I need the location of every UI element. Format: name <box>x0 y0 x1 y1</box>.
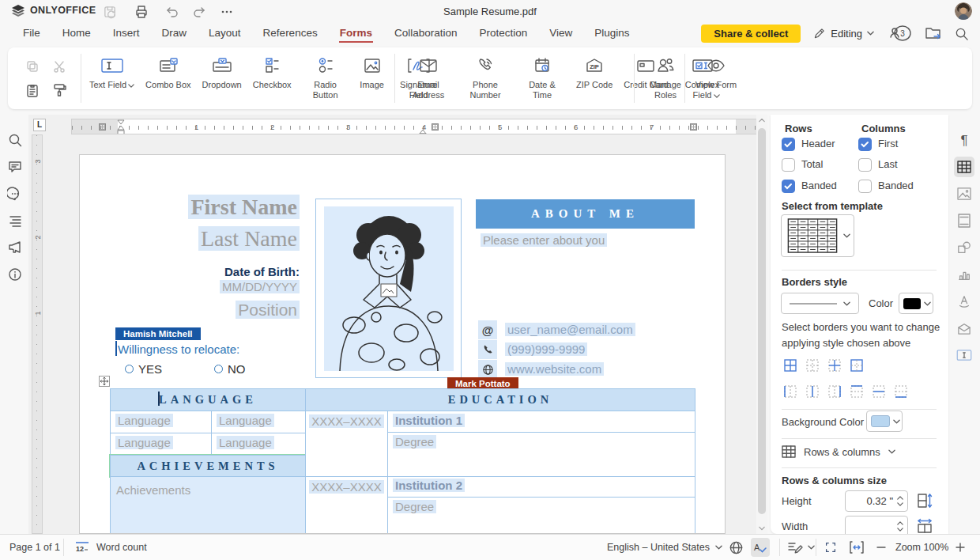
bottom-border-button[interactable] <box>892 383 910 400</box>
toolbar-button-dropdown[interactable]: Dropdown <box>197 54 247 90</box>
paragraph-settings-button[interactable]: ¶ <box>954 131 974 151</box>
table-header-language[interactable]: LANGUAGE <box>110 388 306 411</box>
yes-label[interactable]: YES <box>138 362 162 376</box>
language-cell[interactable]: Language <box>211 411 306 433</box>
about-field[interactable]: Please enter about you <box>481 233 607 247</box>
menu-plugins[interactable]: Plugins <box>594 24 630 43</box>
feedback-button[interactable] <box>7 240 23 255</box>
left-border-button[interactable] <box>782 383 799 400</box>
table-move-handle[interactable] <box>99 376 110 387</box>
chat-button[interactable] <box>7 186 23 202</box>
email-field[interactable]: user_name@email.com <box>505 323 635 336</box>
vertical-ruler[interactable]: 3 2 1 <box>32 134 43 534</box>
last-column-label[interactable]: Last <box>878 158 898 170</box>
zoom-in-button[interactable] <box>955 535 966 560</box>
menu-layout[interactable]: Layout <box>208 24 242 43</box>
distribute-columns-button[interactable] <box>916 517 933 535</box>
menu-protection[interactable]: Protection <box>478 24 528 43</box>
first-column-label[interactable]: First <box>878 138 898 149</box>
spin-down-icon[interactable] <box>897 528 903 532</box>
years-cell[interactable]: XXXX–XXXX <box>305 411 388 477</box>
achievements-cell[interactable]: Achievements <box>110 476 306 534</box>
indent-markers[interactable] <box>116 119 126 134</box>
spell-check-button[interactable]: A <box>751 535 770 560</box>
website-field[interactable]: www.website.com <box>505 362 604 376</box>
years-cell[interactable]: XXXX–XXXX <box>305 476 388 534</box>
shape-settings-button[interactable] <box>954 237 974 258</box>
degree-cell[interactable]: Degree <box>387 432 695 477</box>
comments-button[interactable] <box>7 159 23 175</box>
border-color-picker[interactable] <box>899 293 933 314</box>
yes-radio[interactable] <box>125 365 134 373</box>
all-borders-button[interactable] <box>782 357 799 374</box>
users-button[interactable]: 3 <box>886 25 913 42</box>
cut-button[interactable] <box>51 59 67 74</box>
user-avatar[interactable] <box>955 2 972 20</box>
height-input[interactable]: 0.32 " <box>845 490 908 512</box>
toolbar-button-radio-button[interactable]: Radio Button <box>297 54 354 100</box>
toolbar-button-checkbox[interactable]: Checkbox <box>247 54 297 90</box>
menu-references[interactable]: References <box>262 24 318 43</box>
table-settings-button[interactable] <box>954 157 974 177</box>
toolbar-button-image[interactable]: Image <box>354 54 390 90</box>
template-dropdown[interactable] <box>781 214 854 257</box>
print-button[interactable] <box>133 3 150 21</box>
scrollbar-thumb[interactable] <box>758 128 766 514</box>
fit-width-button[interactable] <box>849 535 865 560</box>
total-row-checkbox[interactable] <box>782 158 795 172</box>
language-cell[interactable]: Language <box>110 411 212 433</box>
menu-insert[interactable]: Insert <box>112 24 141 43</box>
first-column-checkbox[interactable] <box>858 138 872 151</box>
spin-up-icon[interactable] <box>897 521 903 525</box>
background-color-picker[interactable] <box>866 411 903 432</box>
spin-up-icon[interactable] <box>897 496 903 500</box>
open-file-location-button[interactable] <box>925 25 942 41</box>
top-border-button[interactable] <box>848 383 865 400</box>
dob-field[interactable]: MM/DD/YYYY <box>141 280 300 293</box>
track-changes-button[interactable] <box>787 535 815 560</box>
spin-down-icon[interactable] <box>897 502 903 506</box>
first-name-field[interactable]: First Name <box>141 195 300 220</box>
banded-columns-label[interactable]: Banded <box>878 180 914 191</box>
toolbar-button-email-address[interactable]: Email Address <box>400 54 457 100</box>
outer-borders-button[interactable] <box>848 357 865 374</box>
total-row-label[interactable]: Total <box>801 158 823 170</box>
photo-placeholder-illustration[interactable] <box>324 206 454 371</box>
toolbar-button-manage-roles[interactable]: Manage Roles <box>637 54 694 100</box>
more-actions-button[interactable] <box>218 3 236 21</box>
format-painter-button[interactable] <box>51 82 67 98</box>
scroll-down-icon[interactable] <box>759 526 765 531</box>
no-label[interactable]: NO <box>228 362 246 376</box>
distribute-rows-button[interactable] <box>916 492 933 509</box>
menu-file[interactable]: File <box>22 24 41 43</box>
table-column-marker[interactable] <box>690 123 697 131</box>
word-count-button[interactable]: 12 Word count <box>74 535 147 560</box>
institution-cell[interactable]: Institution 1 <box>387 411 695 433</box>
navigation-button[interactable] <box>7 213 23 229</box>
toolbar-button-phone-number[interactable]: Phone Number <box>457 54 514 100</box>
menu-collaboration[interactable]: Collaboration <box>394 24 458 43</box>
banded-rows-label[interactable]: Banded <box>801 180 837 191</box>
table-column-marker[interactable] <box>432 123 439 131</box>
menu-home[interactable]: Home <box>62 24 92 43</box>
scroll-up-icon[interactable] <box>759 118 765 123</box>
inner-horizontal-border-button[interactable] <box>870 383 888 400</box>
language-cell[interactable]: Language <box>110 433 212 456</box>
no-radio[interactable] <box>214 365 223 373</box>
inner-borders-button[interactable] <box>826 357 843 374</box>
about-button[interactable] <box>7 267 23 282</box>
share-collect-button[interactable]: Share & collect <box>701 25 801 43</box>
tab-stop-selector[interactable]: L <box>33 119 46 131</box>
toolbar-button-text-field[interactable]: Text Field <box>84 54 140 90</box>
fit-page-button[interactable] <box>824 535 838 560</box>
last-column-checkbox[interactable] <box>858 158 872 172</box>
right-border-button[interactable] <box>826 383 843 400</box>
degree-cell[interactable]: Degree <box>387 497 695 534</box>
image-settings-button[interactable] <box>954 184 974 204</box>
no-borders-button[interactable] <box>804 357 821 374</box>
inner-vertical-border-button[interactable] <box>804 383 821 400</box>
indent-marker[interactable] <box>418 127 428 134</box>
phone-field[interactable]: (999)999-9999 <box>505 342 587 356</box>
banded-rows-checkbox[interactable] <box>782 180 795 193</box>
find-button[interactable] <box>7 132 23 148</box>
